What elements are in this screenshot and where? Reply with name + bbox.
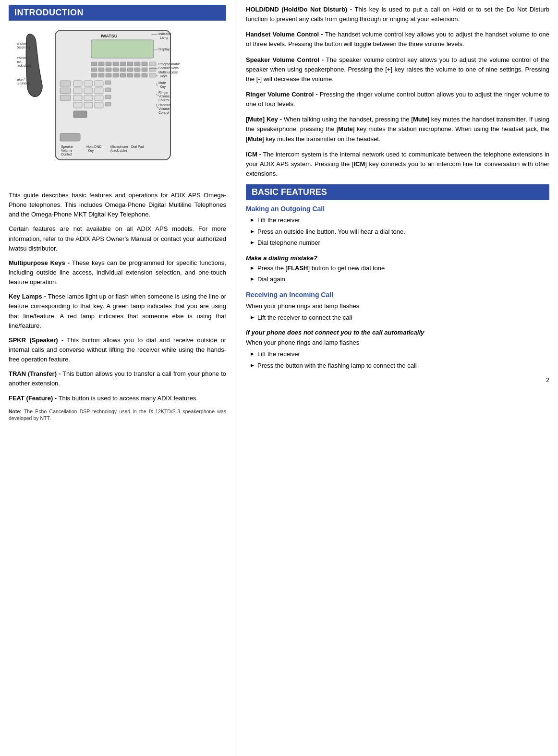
svg-text:Control: Control [158, 98, 170, 102]
intro-para-tran: TRAN (Transfer) - This button allows you… [9, 369, 226, 388]
para-speaker-volume: Speaker Volume Control - The speaker vol… [246, 55, 549, 84]
svg-rect-46 [95, 102, 103, 108]
intro-text-block: This guide describes basic features and … [9, 191, 226, 422]
svg-text:Lamp: Lamp [160, 36, 169, 40]
para-ringer-volume: Ringer Volume Control - Pressing the rin… [246, 90, 549, 109]
svg-rect-45 [84, 102, 93, 108]
svg-rect-39 [84, 95, 93, 101]
svg-text:Speaker: Speaker [61, 145, 74, 149]
svg-rect-3 [98, 62, 104, 66]
svg-rect-9 [142, 62, 147, 66]
para-handset-volume: Handset Volume Control - The handset vol… [246, 30, 549, 49]
svg-rect-41 [105, 81, 111, 84]
svg-text:Volume: Volume [158, 107, 170, 110]
svg-rect-17 [142, 68, 147, 72]
svg-rect-37 [95, 88, 103, 94]
svg-text:Hold/DND: Hold/DND [86, 145, 102, 148]
svg-rect-22 [120, 73, 126, 77]
phone-diagram: Indicator Lamp Display Programmable Feat… [9, 25, 226, 184]
svg-rect-14 [120, 68, 126, 72]
svg-rect-16 [134, 68, 140, 72]
dialing-mistake-title: Make a dialing mistake? [246, 254, 549, 262]
svg-rect-28 [149, 73, 156, 77]
bullet-press-outside-line: Press an outside line button. You will h… [251, 227, 549, 237]
svg-rect-31 [60, 95, 71, 101]
svg-text:Key: Key [88, 149, 94, 153]
section-incoming-call: Receiving an Incoming Call When your pho… [246, 291, 549, 323]
svg-rect-1 [91, 40, 154, 58]
svg-text:(back side): (back side) [110, 149, 127, 153]
basic-features-header: BASIC FEATURES [246, 184, 549, 200]
svg-rect-49 [60, 133, 80, 141]
incoming-call-bullets: Lift the receiver to connect the call [246, 313, 549, 323]
svg-text:Programmable: Programmable [158, 62, 181, 66]
svg-text:Microphone: Microphone [110, 145, 128, 149]
svg-rect-34 [95, 81, 103, 86]
svg-rect-42 [105, 88, 111, 92]
svg-rect-43 [105, 95, 111, 99]
svg-rect-5 [113, 62, 119, 66]
svg-rect-36 [84, 88, 93, 94]
svg-rect-38 [73, 95, 82, 101]
page: INTRODUCTION [0, 0, 558, 756]
bullet-dial-again: Dial again [251, 275, 549, 284]
svg-rect-18 [91, 73, 97, 77]
bullet-dial-number: Dial telephone number [251, 238, 549, 248]
no-auto-connect-bullets: Lift the receiver Press the button with … [246, 349, 549, 370]
svg-text:Volume: Volume [61, 149, 72, 152]
svg-rect-47 [105, 102, 111, 106]
svg-rect-19 [98, 73, 104, 77]
svg-text:(back side): (back side) [17, 64, 31, 68]
svg-rect-10 [91, 68, 97, 72]
para-hold-dnd: HOLD/DND (Hold/Do Not Disturb) - This ke… [246, 5, 549, 24]
svg-rect-2 [91, 62, 97, 66]
introduction-header: INTRODUCTION [9, 5, 226, 21]
bullet-lift-receiver-2: Lift the receiver to connect the call [251, 313, 549, 323]
svg-text:Volume: Volume [158, 95, 170, 98]
intro-para-keylamps: Key Lamps - These lamps light up or flas… [9, 292, 226, 331]
svg-text:Handset: Handset [17, 42, 27, 45]
bullet-press-flash: Press the [FLASH] button to get new dial… [251, 264, 549, 273]
section-dialing-mistake: Make a dialing mistake? Press the [FLASH… [246, 254, 549, 284]
svg-rect-11 [98, 68, 104, 72]
svg-rect-6 [120, 62, 126, 66]
left-column: INTRODUCTION [0, 0, 235, 756]
page-number: 2 [246, 377, 549, 384]
svg-rect-33 [84, 81, 93, 86]
svg-rect-25 [142, 73, 147, 77]
svg-rect-8 [134, 62, 140, 66]
svg-rect-44 [73, 102, 82, 108]
svg-rect-40 [95, 95, 103, 101]
section-outgoing-call: Making an Outgoing Call Lift the receive… [246, 205, 549, 248]
note-text: Note: The Echo Cancellation DSP technolo… [9, 408, 226, 422]
section-no-auto-connect: If your phone does not connect you to th… [246, 329, 549, 370]
no-auto-connect-title: If your phone does not connect you to th… [246, 329, 549, 336]
svg-text:Jack: Jack [17, 60, 22, 63]
svg-text:Feature Keys: Feature Keys [158, 66, 179, 70]
svg-text:Key: Key [160, 85, 166, 89]
svg-rect-26 [149, 62, 156, 66]
svg-text:Indicator: Indicator [158, 32, 172, 36]
svg-text:Headset: Headset [17, 56, 27, 60]
svg-text:Control: Control [158, 111, 170, 114]
para-mute-key: [Mute] Key - When talking using the hand… [246, 115, 549, 144]
right-column: HOLD/DND (Hold/Do Not Disturb) - This ke… [235, 0, 558, 756]
bullet-press-flashing-lamp: Press the button with the flashing lamp … [251, 361, 549, 371]
intro-para-2: Certain features are not available on al… [9, 224, 226, 253]
incoming-call-title: Receiving an Incoming Call [246, 291, 549, 299]
svg-text:IWATSU: IWATSU [101, 34, 117, 38]
outgoing-call-title: Making an Outgoing Call [246, 205, 549, 213]
svg-text:Speakerphone: Speakerphone [17, 82, 30, 85]
svg-text:Handset: Handset [158, 103, 171, 107]
svg-text:Multipurpose: Multipurpose [158, 71, 178, 74]
svg-rect-13 [113, 68, 119, 72]
svg-text:Control: Control [61, 153, 72, 156]
svg-text:Dial Pad: Dial Pad [131, 145, 144, 148]
svg-rect-4 [106, 62, 111, 66]
svg-rect-30 [60, 88, 71, 94]
svg-rect-7 [127, 62, 133, 66]
svg-text:Display: Display [158, 48, 170, 51]
svg-text:Mute: Mute [158, 81, 166, 84]
svg-text:Keys: Keys [160, 74, 168, 78]
para-icm: ICM - The intercom system is the interna… [246, 150, 549, 179]
